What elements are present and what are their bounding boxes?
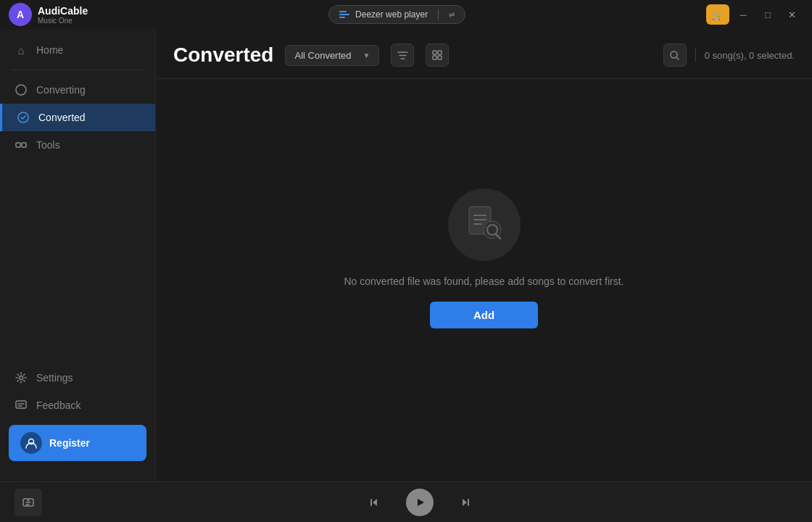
sidebar: ⌂ Home Converting C bbox=[0, 29, 156, 481]
home-icon: ⌂ bbox=[14, 44, 28, 57]
play-icon bbox=[414, 497, 426, 508]
play-button[interactable] bbox=[406, 489, 434, 516]
app-name: AudiCable bbox=[38, 5, 88, 17]
svg-point-0 bbox=[16, 85, 26, 95]
page-title: Converted bbox=[173, 44, 273, 67]
converted-icon bbox=[17, 111, 30, 124]
sidebar-item-settings[interactable]: Settings bbox=[0, 364, 155, 392]
empty-state: No converted file was found, please add … bbox=[156, 79, 812, 481]
previous-icon bbox=[368, 496, 381, 509]
app-name-block: AudiCable Music One bbox=[38, 5, 88, 25]
maximize-button[interactable]: □ bbox=[757, 4, 779, 25]
sidebar-item-converting[interactable]: Converting bbox=[0, 76, 155, 104]
svg-rect-3 bbox=[22, 143, 26, 147]
register-avatar bbox=[20, 432, 42, 454]
sidebar-item-label: Feedback bbox=[36, 399, 80, 411]
svg-rect-10 bbox=[438, 56, 442, 59]
deezer-divider bbox=[438, 9, 439, 20]
sidebar-item-label: Converted bbox=[38, 112, 86, 123]
sidebar-item-tools[interactable]: Tools bbox=[0, 131, 155, 159]
svg-rect-9 bbox=[433, 56, 436, 59]
svg-rect-5 bbox=[16, 401, 26, 408]
equalizer-icon bbox=[339, 11, 349, 18]
svg-rect-19 bbox=[370, 499, 372, 506]
empty-icon-container bbox=[448, 188, 521, 261]
sidebar-item-feedback[interactable]: Feedback bbox=[0, 392, 155, 419]
sidebar-item-label: Home bbox=[36, 44, 63, 56]
sidebar-item-converted[interactable]: Converted bbox=[0, 104, 155, 131]
content-area: Converted All Converted ▼ bbox=[156, 29, 812, 481]
deezer-arrow-icon: ⇌ bbox=[449, 11, 455, 19]
svg-point-18 bbox=[28, 499, 30, 501]
content-title-right: 0 song(s), 0 selected. bbox=[663, 44, 795, 67]
content-title-left: Converted All Converted ▼ bbox=[173, 44, 449, 67]
empty-message: No converted file was found, please add … bbox=[344, 276, 624, 287]
settings-icon bbox=[14, 371, 28, 384]
app-branding: A AudiCable Music One bbox=[9, 3, 88, 26]
next-icon bbox=[459, 496, 472, 509]
grid-view-button[interactable] bbox=[426, 44, 449, 67]
player-controls bbox=[42, 489, 798, 516]
content-header: Converted All Converted ▼ bbox=[156, 29, 812, 79]
song-count: 0 song(s), 0 selected. bbox=[705, 50, 795, 61]
svg-rect-7 bbox=[433, 51, 436, 54]
sidebar-divider bbox=[12, 70, 144, 70]
feedback-icon bbox=[14, 399, 28, 412]
filter-icon-button[interactable] bbox=[391, 44, 414, 67]
register-button[interactable]: Register bbox=[9, 425, 146, 461]
minimize-button[interactable]: ─ bbox=[732, 4, 754, 25]
svg-rect-20 bbox=[468, 499, 469, 506]
filter-icon bbox=[397, 50, 408, 61]
app-logo: A bbox=[9, 3, 32, 26]
sidebar-item-label: Settings bbox=[36, 372, 73, 384]
previous-button[interactable] bbox=[362, 491, 386, 514]
filter-dropdown[interactable]: All Converted ▼ bbox=[285, 45, 379, 66]
svg-point-4 bbox=[20, 376, 23, 380]
player-bar bbox=[0, 481, 812, 522]
music-library-button[interactable] bbox=[14, 489, 42, 516]
tools-icon bbox=[14, 138, 28, 152]
sidebar-item-label: Converting bbox=[36, 84, 86, 96]
next-button[interactable] bbox=[454, 491, 477, 514]
deezer-player-button[interactable]: Deezer web player ⇌ bbox=[328, 5, 465, 24]
music-note-icon bbox=[22, 496, 35, 509]
titlebar: A AudiCable Music One Deezer web player … bbox=[0, 0, 812, 29]
svg-rect-2 bbox=[16, 143, 20, 147]
dropdown-arrow-icon: ▼ bbox=[363, 51, 370, 59]
grid-icon bbox=[432, 50, 442, 60]
sidebar-nav: ⌂ Home Converting C bbox=[0, 29, 155, 357]
close-button[interactable]: ✕ bbox=[782, 4, 803, 25]
filter-label: All Converted bbox=[294, 50, 351, 61]
sidebar-item-label: Tools bbox=[36, 139, 60, 151]
sidebar-item-home[interactable]: ⌂ Home bbox=[0, 36, 155, 64]
titlebar-right: 🛒 ─ □ ✕ bbox=[706, 4, 803, 25]
converting-icon bbox=[14, 83, 28, 96]
search-icon bbox=[669, 50, 680, 61]
cart-button[interactable]: 🛒 bbox=[706, 4, 729, 25]
deezer-label: Deezer web player bbox=[355, 9, 428, 20]
app-subtitle: Music One bbox=[38, 17, 88, 25]
vertical-divider bbox=[695, 48, 696, 62]
titlebar-center: Deezer web player ⇌ bbox=[328, 5, 465, 24]
sidebar-bottom: Settings Feedback Regi bbox=[0, 357, 155, 481]
register-label: Register bbox=[49, 437, 90, 449]
content-title-row: Converted All Converted ▼ bbox=[173, 44, 795, 78]
svg-rect-8 bbox=[438, 51, 442, 54]
main-layout: ⌂ Home Converting C bbox=[0, 29, 812, 481]
empty-document-icon bbox=[463, 204, 505, 246]
search-button[interactable] bbox=[663, 44, 687, 67]
add-button[interactable]: Add bbox=[430, 302, 538, 328]
